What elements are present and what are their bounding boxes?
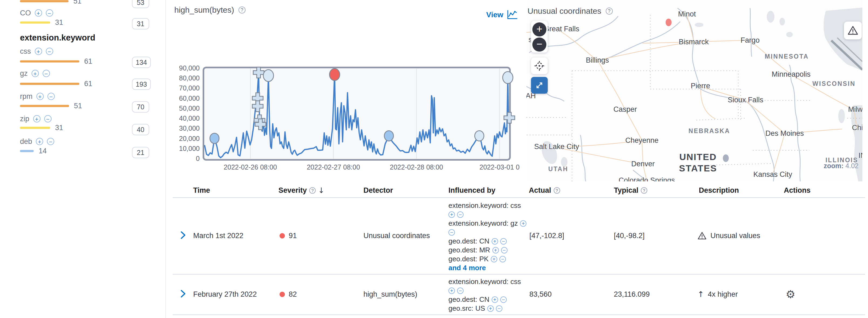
column-header-label: Influenced by xyxy=(448,186,495,195)
remove-filter-icon[interactable]: − xyxy=(43,70,50,77)
column-header-label: Time xyxy=(193,186,210,195)
help-icon[interactable]: ? xyxy=(641,187,647,194)
y-axis-tick: 60,000 xyxy=(179,94,200,102)
column-header-label: Actions xyxy=(784,186,810,195)
add-filter-icon[interactable]: + xyxy=(492,238,498,244)
map-label-fragment: IN xyxy=(859,151,863,160)
influencer-max-score: 61 xyxy=(84,57,92,66)
remove-filter-icon[interactable]: − xyxy=(500,296,507,303)
severity-bar xyxy=(20,126,50,129)
expand-map-button[interactable] xyxy=(531,77,548,94)
influencer-value: CO xyxy=(20,9,31,17)
remove-filter-icon[interactable]: − xyxy=(46,9,53,17)
zoom-out-button[interactable]: − xyxy=(532,37,547,52)
add-filter-icon[interactable]: + xyxy=(36,93,44,100)
cell-detector: high_sum(bytes) xyxy=(364,290,417,298)
unusual-coordinates-map[interactable]: Unusual coordinates ? + − xyxy=(526,0,862,181)
add-filter-icon[interactable]: + xyxy=(448,211,455,218)
add-filter-icon[interactable]: + xyxy=(491,256,497,262)
map-city-label: Great Falls xyxy=(544,25,579,33)
add-filter-icon[interactable]: + xyxy=(35,48,42,55)
anomaly-marker-light-blue[interactable] xyxy=(475,131,484,141)
y-axis-tick: 30,000 xyxy=(179,124,200,132)
anomaly-dot[interactable] xyxy=(665,19,672,26)
expand-row-button[interactable] xyxy=(179,289,187,300)
map-city-label: Bismarck xyxy=(679,38,709,46)
add-filter-icon[interactable]: + xyxy=(492,247,499,254)
map-attribution-warning-button[interactable] xyxy=(844,22,862,39)
influencer-item-label: rpm+− xyxy=(20,92,55,101)
help-icon[interactable]: ? xyxy=(606,7,613,15)
remove-filter-icon[interactable]: − xyxy=(48,93,55,100)
add-filter-icon[interactable]: + xyxy=(520,220,526,227)
add-filter-icon[interactable]: + xyxy=(32,70,39,77)
influencer-value: deb xyxy=(20,137,32,146)
show-more-link-label[interactable]: and 4 more xyxy=(448,264,486,272)
anomaly-marker-light-blue[interactable] xyxy=(503,71,513,83)
severity-bar xyxy=(20,105,69,107)
influencer-item: 61 xyxy=(20,80,92,88)
remove-filter-icon[interactable]: − xyxy=(44,115,52,122)
remove-filter-icon[interactable]: − xyxy=(47,138,54,145)
column-header-label: Typical xyxy=(614,186,639,195)
column-header-label: Severity xyxy=(278,186,307,195)
add-filter-icon[interactable]: + xyxy=(36,138,43,145)
column-header-influenced-by: Influenced by xyxy=(448,186,495,195)
influencer-item: 14 xyxy=(20,147,47,155)
expand-row-button[interactable] xyxy=(179,230,187,241)
influencer-entry: +− xyxy=(448,210,532,219)
influencer-value: gz xyxy=(20,69,28,78)
fit-to-data-button[interactable] xyxy=(531,58,548,74)
cell-detector: Unusual coordinates xyxy=(364,232,430,240)
cell-severity: 82 xyxy=(280,290,297,298)
influencer-count-badge: 21 xyxy=(132,147,149,158)
zoom-in-button[interactable]: + xyxy=(532,22,547,36)
remove-filter-icon[interactable]: − xyxy=(457,288,464,294)
anomaly-marker-medium-blue[interactable] xyxy=(384,131,393,141)
anomaly-marker-red[interactable] xyxy=(330,68,340,81)
map-city-label: Minot xyxy=(678,10,696,18)
rule-actions-gear-button[interactable]: ⚙ xyxy=(786,288,796,300)
y-axis-tick: 10,000 xyxy=(179,145,200,152)
remove-filter-icon[interactable]: − xyxy=(501,247,507,254)
column-header-label: Actual xyxy=(529,186,551,195)
remove-filter-icon[interactable]: − xyxy=(499,256,506,262)
map-city-label: Cheyenne xyxy=(625,136,658,145)
influencer-text: geo.dest: CN xyxy=(448,295,490,304)
influencer-item-label: css+− xyxy=(20,47,53,56)
anomaly-timeseries-chart[interactable]: 010,00020,00030,00040,00050,00060,00070,… xyxy=(167,0,526,179)
help-icon[interactable]: ? xyxy=(309,187,316,194)
y-axis-tick: 50,000 xyxy=(179,105,200,112)
remove-filter-icon[interactable]: − xyxy=(500,238,507,244)
remove-filter-icon[interactable]: − xyxy=(457,211,464,218)
remove-filter-icon[interactable]: − xyxy=(448,229,455,236)
add-filter-icon[interactable]: + xyxy=(33,115,40,122)
remove-filter-icon[interactable]: − xyxy=(46,48,53,55)
influencer-count-badge: 31 xyxy=(132,18,149,29)
anomaly-marker-light-blue[interactable] xyxy=(264,70,274,82)
influencer-entry: geo.dest: CN+− xyxy=(448,237,532,245)
influencer-entry: extension.keyword: gz+ xyxy=(448,219,532,228)
show-more-influencers-link[interactable]: and 4 more xyxy=(448,263,532,272)
influencer-text: extension.keyword: css xyxy=(448,278,521,286)
expand-icon xyxy=(534,80,545,90)
add-filter-icon[interactable]: + xyxy=(35,9,42,17)
column-header-severity[interactable]: Severity?↓ xyxy=(278,186,324,195)
anomaly-chart-panel: high_sum(bytes) ? View 010,00020,00030,0… xyxy=(167,0,526,179)
influencer-item: 31 xyxy=(20,18,63,27)
map-city-label: Salt Lake City xyxy=(534,143,579,151)
help-icon[interactable]: ? xyxy=(554,187,560,194)
add-filter-icon[interactable]: + xyxy=(487,305,494,312)
anomaly-marker-medium-blue[interactable] xyxy=(210,133,219,144)
influencer-group-heading: extension.keyword xyxy=(20,33,95,42)
influencer-count-badge: 70 xyxy=(132,101,149,113)
cell-influenced-by: extension.keyword: css+−extension.keywor… xyxy=(448,201,532,272)
map-city-label: Denver xyxy=(631,160,655,168)
influencer-text: extension.keyword: gz xyxy=(448,219,518,228)
add-filter-icon[interactable]: + xyxy=(448,288,455,294)
add-filter-icon[interactable]: + xyxy=(492,296,498,303)
remove-filter-icon[interactable]: − xyxy=(496,305,502,312)
cell-description: Unusual values xyxy=(698,231,761,240)
cell-description: ↑4x higher xyxy=(698,290,738,299)
x-axis-tick: 2022-03-01 0 xyxy=(479,163,520,171)
